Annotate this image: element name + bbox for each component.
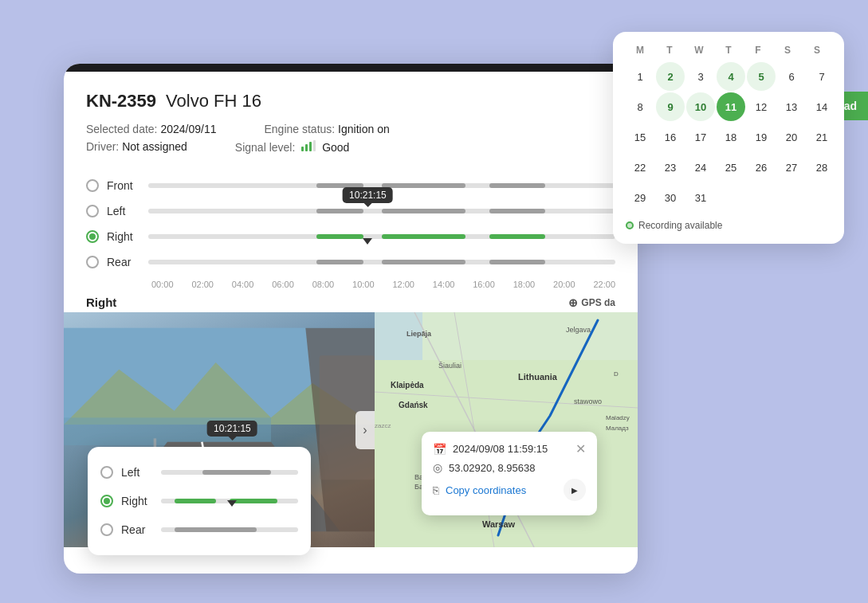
mini-radio-left[interactable] — [100, 466, 113, 479]
gps-popup: 📅 2024/09/08 11:59:15 ✕ ◎ 53.02920, 8.95… — [422, 432, 597, 515]
svg-text:Klaipėda: Klaipėda — [391, 381, 424, 390]
svg-text:Jelgava: Jelgava — [566, 326, 591, 334]
signal-value: Good — [322, 141, 349, 154]
calendar-day-16[interactable]: 16 — [656, 123, 685, 151]
selected-date: Selected date: 2024/09/11 — [86, 123, 216, 135]
calendar-day-2[interactable]: 2 — [656, 62, 685, 91]
camera-label-right: Right — [107, 230, 148, 243]
play-button[interactable]: ▶ — [564, 479, 586, 501]
calendar-day-13[interactable]: 13 — [777, 92, 806, 121]
calendar-day-10[interactable]: 10 — [686, 92, 715, 121]
calendar-day-19[interactable]: 19 — [747, 123, 776, 151]
svg-text:zazcz: zazcz — [375, 422, 391, 429]
calendar-day-17[interactable]: 17 — [686, 123, 715, 151]
calendar-day-4[interactable]: 4 — [717, 62, 745, 91]
radio-front[interactable] — [86, 179, 99, 192]
svg-text:Šiauliai: Šiauliai — [438, 362, 461, 370]
svg-text:Gdańsk: Gdańsk — [399, 401, 428, 409]
calendar-icon: 📅 — [433, 443, 446, 456]
legend-dot — [626, 221, 634, 229]
copy-coordinates-button[interactable]: Copy coordinates — [446, 484, 526, 496]
mini-row-right[interactable]: Right — [100, 487, 298, 515]
svg-text:Warsaw: Warsaw — [482, 519, 516, 529]
calendar-day-1[interactable]: 1 — [626, 62, 654, 91]
driver-value: Not assigned — [122, 140, 187, 153]
signal-label: Signal level: — [235, 141, 296, 154]
camera-row-right[interactable]: Right 10:21:15 — [86, 224, 615, 249]
calendar-day-7[interactable]: 7 — [807, 62, 836, 91]
radio-left[interactable] — [86, 205, 99, 217]
mini-radio-rear[interactable] — [100, 523, 113, 536]
calendar-day-25[interactable]: 25 — [717, 153, 745, 182]
calendar-day-8[interactable]: 8 — [626, 92, 654, 121]
calendar-day-11[interactable]: 11 — [717, 92, 745, 121]
timeline-section: Front Left — [64, 159, 638, 289]
gps-coordinates: 53.02920, 8.95638 — [449, 462, 535, 474]
calendar-day-28[interactable]: 28 — [807, 153, 836, 182]
card-header: KN-2359 Volvo FH 16 Selected date: 2024/… — [64, 72, 638, 154]
vehicle-id: KN-2359 — [86, 91, 156, 112]
mini-row-left[interactable]: Left 10:21:15 — [100, 458, 298, 487]
mini-track-right[interactable] — [161, 497, 298, 505]
svg-text:Маладз: Маладз — [606, 425, 629, 432]
mini-track-rear[interactable] — [161, 526, 298, 534]
calendar-legend: Recording available — [626, 220, 831, 231]
mini-track-left[interactable]: 10:21:15 — [161, 468, 298, 476]
selected-date-label: Selected date: — [86, 123, 158, 135]
gps-datetime-row: 📅 2024/09/08 11:59:15 ✕ — [433, 441, 586, 456]
mini-radio-right[interactable] — [100, 495, 113, 507]
calendar-day-24[interactable]: 24 — [686, 153, 715, 182]
calendar-day-27[interactable]: 27 — [777, 153, 806, 182]
calendar-day-5[interactable]: 5 — [747, 62, 776, 91]
calendar-day-6[interactable]: 6 — [777, 62, 806, 91]
gps-actions-row[interactable]: ⎘ Copy coordinates ▶ — [433, 479, 586, 501]
legend-label: Recording available — [638, 220, 722, 231]
radio-rear[interactable] — [86, 256, 99, 268]
mini-label-right: Right — [121, 495, 161, 507]
mini-label-left: Left — [121, 466, 161, 479]
calendar-day-21[interactable]: 21 — [807, 123, 836, 151]
camera-label-left: Left — [107, 205, 148, 217]
calendar-day-20[interactable]: 20 — [777, 123, 806, 151]
mini-row-rear[interactable]: Rear — [100, 515, 298, 544]
calendar-day-18[interactable]: 18 — [717, 123, 745, 151]
calendar-day-9[interactable]: 9 — [656, 92, 685, 121]
signal-level: Signal level: Good — [235, 140, 350, 154]
mini-tooltip-text: 10:21:15 — [207, 421, 257, 437]
slide-indicator[interactable]: › — [355, 411, 375, 449]
calendar-header: M T W T F S S — [626, 45, 831, 56]
driver-label: Driver: — [86, 140, 119, 153]
gps-datetime: 2024/09/08 11:59:15 — [453, 443, 548, 455]
calendar-day-12[interactable]: 12 — [747, 92, 776, 121]
gps-target-icon: ⊕ — [568, 296, 578, 309]
timeline-track-right[interactable]: 10:21:15 — [148, 232, 615, 241]
engine-label: Engine status: — [264, 123, 335, 135]
driver-info: Driver: Not assigned — [86, 140, 187, 154]
gps-close-button[interactable]: ✕ — [575, 441, 586, 456]
timeline-track-left[interactable] — [148, 206, 615, 216]
calendar-day-3[interactable]: 3 — [686, 62, 715, 91]
camera-label-rear: Rear — [107, 256, 148, 268]
svg-text:stawowo: stawowo — [574, 397, 602, 405]
mini-playhead[interactable] — [227, 500, 237, 507]
calendar-day-15[interactable]: 15 — [626, 123, 654, 151]
selected-date-value: 2024/09/11 — [160, 123, 216, 135]
calendar-day-23[interactable]: 23 — [656, 153, 685, 182]
meta-row-2: Driver: Not assigned Signal level: Good — [86, 140, 615, 154]
calendar-grid: 1234567891011121314151617181920212223242… — [626, 62, 831, 212]
vehicle-title: KN-2359 Volvo FH 16 — [86, 91, 615, 112]
timeline-track-rear[interactable] — [148, 257, 615, 267]
camera-row-rear[interactable]: Rear — [86, 249, 615, 275]
calendar-day-22[interactable]: 22 — [626, 153, 654, 182]
calendar-day-29[interactable]: 29 — [626, 183, 654, 212]
playhead[interactable] — [363, 238, 372, 245]
calendar-day-31[interactable]: 31 — [686, 183, 715, 212]
svg-text:D: D — [614, 370, 619, 378]
radio-right[interactable] — [86, 230, 99, 243]
calendar-day-30[interactable]: 30 — [656, 183, 685, 212]
calendar-card: M T W T F S S 12345678910111213141516171… — [613, 32, 844, 244]
calendar-day-14[interactable]: 14 — [807, 92, 836, 121]
calendar-day-26[interactable]: 26 — [747, 153, 776, 182]
vehicle-name: Volvo FH 16 — [166, 91, 261, 112]
camera-rows: Front Left — [86, 173, 615, 275]
